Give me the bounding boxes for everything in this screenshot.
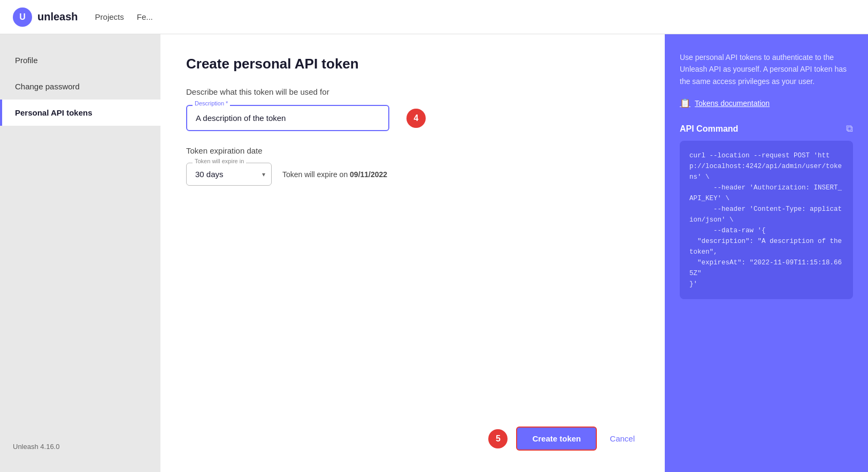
- tokens-doc-link[interactable]: 📋 Tokens documentation: [680, 98, 853, 108]
- sidebar: Profile Change password Personal API tok…: [0, 34, 160, 472]
- api-code-block: curl --location --request POST 'http://l…: [680, 141, 853, 299]
- expiry-form-group: Token expiration date Token will expire …: [186, 146, 639, 186]
- nav-link-fe[interactable]: Fe...: [137, 12, 153, 21]
- step-4-badge: 4: [406, 109, 426, 128]
- describe-label: Describe what this token will be used fo…: [186, 87, 639, 96]
- tokens-doc-link-label: Tokens documentation: [695, 99, 770, 108]
- main-layout: Profile Change password Personal API tok…: [0, 34, 868, 472]
- expiry-select[interactable]: 30 days 60 days 90 days Never: [186, 163, 272, 186]
- description-input[interactable]: [186, 105, 389, 131]
- dialog-title: Create personal API token: [186, 56, 639, 72]
- logo-letter: U: [19, 12, 26, 22]
- expiry-date: 09/11/2022: [350, 170, 387, 179]
- expiry-select-wrapper: Token will expire in 30 days 60 days 90 …: [186, 163, 272, 186]
- top-nav-links: Projects Fe...: [95, 12, 153, 21]
- nav-link-projects[interactable]: Projects: [95, 12, 124, 21]
- api-command-header: API Command ⧉: [680, 123, 853, 134]
- cancel-button[interactable]: Cancel: [605, 428, 639, 450]
- brand: U unleash: [13, 7, 78, 27]
- description-field-label: Description *: [193, 100, 230, 106]
- expiry-info-text: Token will expire on 09/11/2022: [282, 170, 387, 179]
- dialog-footer: 5 Create token Cancel: [488, 427, 639, 451]
- expiry-row: Token will expire in 30 days 60 days 90 …: [186, 163, 639, 186]
- create-token-button[interactable]: Create token: [516, 427, 597, 451]
- expiry-select-label: Token will expire in: [193, 158, 246, 164]
- step-5-badge: 5: [488, 429, 508, 448]
- api-command-title: API Command: [680, 124, 738, 134]
- expiry-section-label: Token expiration date: [186, 146, 639, 155]
- copy-icon[interactable]: ⧉: [846, 123, 853, 134]
- book-icon: 📋: [680, 98, 690, 108]
- description-form-group: Describe what this token will be used fo…: [186, 87, 639, 131]
- right-panel: Use personal API tokens to authenticate …: [665, 34, 868, 472]
- sidebar-footer: Unleash 4.16.0: [0, 434, 160, 459]
- dialog-overlay: Create personal API token Describe what …: [160, 34, 868, 472]
- logo: U: [13, 7, 32, 27]
- dialog-main: Create personal API token Describe what …: [160, 34, 665, 472]
- right-panel-description: Use personal API tokens to authenticate …: [680, 51, 853, 87]
- sidebar-nav: Profile Change password Personal API tok…: [0, 47, 160, 126]
- top-navigation: U unleash Projects Fe...: [0, 0, 868, 34]
- sidebar-item-personal-api-tokens[interactable]: Personal API tokens: [0, 100, 160, 126]
- sidebar-item-change-password[interactable]: Change password: [0, 73, 160, 100]
- brand-name: unleash: [37, 11, 78, 23]
- sidebar-item-profile[interactable]: Profile: [0, 47, 160, 73]
- description-input-wrapper: Description *: [186, 105, 389, 131]
